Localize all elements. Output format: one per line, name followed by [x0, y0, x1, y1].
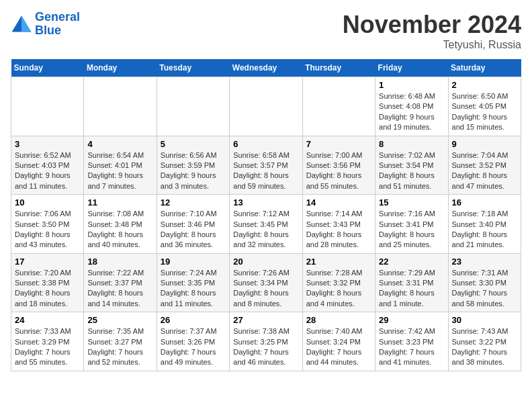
day-cell: 29Sunrise: 7:42 AM Sunset: 3:23 PM Dayli… — [375, 312, 448, 371]
weekday-header-friday: Friday — [375, 59, 448, 77]
title-area: November 2024 Tetyushi, Russia — [343, 11, 521, 51]
day-number: 3 — [15, 139, 80, 149]
weekday-header-saturday: Saturday — [448, 59, 521, 77]
day-number: 22 — [379, 257, 444, 267]
day-cell: 17Sunrise: 7:20 AM Sunset: 3:38 PM Dayli… — [11, 253, 84, 312]
day-cell: 24Sunrise: 7:33 AM Sunset: 3:29 PM Dayli… — [11, 312, 84, 371]
weekday-header-tuesday: Tuesday — [157, 59, 229, 77]
day-number: 26 — [161, 315, 226, 325]
day-number: 18 — [87, 257, 152, 267]
day-number: 10 — [15, 197, 80, 208]
day-detail: Sunrise: 7:33 AM Sunset: 3:29 PM Dayligh… — [15, 326, 80, 368]
logo-line2: Blue — [35, 24, 61, 37]
day-number: 15 — [379, 197, 444, 208]
location: Tetyushi, Russia — [343, 39, 521, 51]
day-cell — [11, 77, 84, 136]
day-cell: 19Sunrise: 7:24 AM Sunset: 3:35 PM Dayli… — [157, 253, 229, 312]
day-detail: Sunrise: 7:31 AM Sunset: 3:30 PM Dayligh… — [452, 268, 517, 310]
day-cell: 1Sunrise: 6:48 AM Sunset: 4:08 PM Daylig… — [375, 77, 448, 136]
day-number: 28 — [306, 315, 371, 325]
day-detail: Sunrise: 7:22 AM Sunset: 3:37 PM Dayligh… — [87, 268, 152, 310]
logo-line1: General — [35, 10, 80, 24]
day-number: 14 — [306, 197, 371, 208]
day-number: 13 — [233, 197, 298, 208]
week-row-1: 1Sunrise: 6:48 AM Sunset: 4:08 PM Daylig… — [11, 77, 521, 136]
day-number: 19 — [161, 257, 226, 267]
day-number: 21 — [306, 257, 371, 267]
day-number: 5 — [161, 139, 226, 149]
day-detail: Sunrise: 6:48 AM Sunset: 4:08 PM Dayligh… — [379, 91, 444, 133]
day-cell: 15Sunrise: 7:16 AM Sunset: 3:41 PM Dayli… — [375, 195, 448, 254]
day-detail: Sunrise: 6:58 AM Sunset: 3:57 PM Dayligh… — [233, 150, 298, 192]
day-cell: 27Sunrise: 7:38 AM Sunset: 3:25 PM Dayli… — [230, 312, 302, 371]
day-detail: Sunrise: 7:35 AM Sunset: 3:27 PM Dayligh… — [87, 326, 152, 368]
day-detail: Sunrise: 7:06 AM Sunset: 3:50 PM Dayligh… — [15, 209, 80, 250]
day-cell: 16Sunrise: 7:18 AM Sunset: 3:40 PM Dayli… — [448, 195, 521, 254]
day-detail: Sunrise: 6:54 AM Sunset: 4:01 PM Dayligh… — [87, 150, 152, 192]
day-cell: 8Sunrise: 7:02 AM Sunset: 3:54 PM Daylig… — [375, 136, 448, 195]
day-cell: 5Sunrise: 6:56 AM Sunset: 3:59 PM Daylig… — [157, 136, 229, 195]
day-cell — [157, 77, 229, 136]
day-detail: Sunrise: 7:02 AM Sunset: 3:54 PM Dayligh… — [379, 150, 444, 192]
day-detail: Sunrise: 7:00 AM Sunset: 3:56 PM Dayligh… — [306, 150, 371, 192]
day-detail: Sunrise: 7:04 AM Sunset: 3:52 PM Dayligh… — [452, 150, 517, 192]
day-cell: 14Sunrise: 7:14 AM Sunset: 3:43 PM Dayli… — [302, 195, 375, 254]
day-detail: Sunrise: 6:52 AM Sunset: 4:03 PM Dayligh… — [15, 150, 80, 192]
day-number: 4 — [87, 139, 152, 149]
week-row-5: 24Sunrise: 7:33 AM Sunset: 3:29 PM Dayli… — [11, 312, 521, 371]
week-row-4: 17Sunrise: 7:20 AM Sunset: 3:38 PM Dayli… — [11, 253, 521, 312]
day-number: 1 — [379, 80, 444, 90]
day-detail: Sunrise: 7:43 AM Sunset: 3:22 PM Dayligh… — [452, 326, 517, 368]
day-cell — [230, 77, 302, 136]
day-detail: Sunrise: 7:12 AM Sunset: 3:45 PM Dayligh… — [233, 209, 298, 250]
day-detail: Sunrise: 7:08 AM Sunset: 3:48 PM Dayligh… — [87, 209, 152, 250]
day-number: 24 — [15, 315, 80, 325]
day-cell: 2Sunrise: 6:50 AM Sunset: 4:05 PM Daylig… — [448, 77, 521, 136]
day-cell: 23Sunrise: 7:31 AM Sunset: 3:30 PM Dayli… — [448, 253, 521, 312]
day-detail: Sunrise: 7:26 AM Sunset: 3:34 PM Dayligh… — [233, 268, 298, 310]
day-number: 12 — [161, 197, 226, 208]
day-number: 17 — [15, 257, 80, 267]
day-cell: 20Sunrise: 7:26 AM Sunset: 3:34 PM Dayli… — [230, 253, 302, 312]
day-cell: 21Sunrise: 7:28 AM Sunset: 3:32 PM Dayli… — [302, 253, 375, 312]
day-cell — [302, 77, 375, 136]
day-cell: 30Sunrise: 7:43 AM Sunset: 3:22 PM Dayli… — [448, 312, 521, 371]
week-row-2: 3Sunrise: 6:52 AM Sunset: 4:03 PM Daylig… — [11, 136, 521, 195]
week-row-3: 10Sunrise: 7:06 AM Sunset: 3:50 PM Dayli… — [11, 195, 521, 254]
day-detail: Sunrise: 7:14 AM Sunset: 3:43 PM Dayligh… — [306, 209, 371, 250]
day-number: 30 — [452, 315, 517, 325]
day-number: 16 — [452, 197, 517, 208]
day-cell: 12Sunrise: 7:10 AM Sunset: 3:46 PM Dayli… — [157, 195, 229, 254]
logo-icon — [11, 15, 32, 34]
day-cell: 13Sunrise: 7:12 AM Sunset: 3:45 PM Dayli… — [230, 195, 302, 254]
svg-marker-1 — [21, 15, 31, 32]
day-number: 2 — [452, 80, 517, 90]
day-detail: Sunrise: 7:18 AM Sunset: 3:40 PM Dayligh… — [452, 209, 517, 250]
logo: General Blue — [11, 11, 80, 38]
header: General Blue November 2024 Tetyushi, Rus… — [11, 11, 521, 51]
day-cell: 10Sunrise: 7:06 AM Sunset: 3:50 PM Dayli… — [11, 195, 84, 254]
weekday-header-wednesday: Wednesday — [230, 59, 302, 77]
day-detail: Sunrise: 7:37 AM Sunset: 3:26 PM Dayligh… — [161, 326, 226, 368]
day-detail: Sunrise: 7:10 AM Sunset: 3:46 PM Dayligh… — [161, 209, 226, 250]
day-cell: 22Sunrise: 7:29 AM Sunset: 3:31 PM Dayli… — [375, 253, 448, 312]
day-detail: Sunrise: 7:40 AM Sunset: 3:24 PM Dayligh… — [306, 326, 371, 368]
day-cell: 25Sunrise: 7:35 AM Sunset: 3:27 PM Dayli… — [84, 312, 157, 371]
weekday-header-thursday: Thursday — [302, 59, 375, 77]
day-detail: Sunrise: 7:16 AM Sunset: 3:41 PM Dayligh… — [379, 209, 444, 250]
day-number: 6 — [233, 139, 298, 149]
day-number: 25 — [87, 315, 152, 325]
weekday-header-monday: Monday — [84, 59, 157, 77]
day-detail: Sunrise: 6:56 AM Sunset: 3:59 PM Dayligh… — [161, 150, 226, 192]
day-number: 20 — [233, 257, 298, 267]
month-title: November 2024 — [343, 11, 521, 39]
day-cell: 18Sunrise: 7:22 AM Sunset: 3:37 PM Dayli… — [84, 253, 157, 312]
day-detail: Sunrise: 7:28 AM Sunset: 3:32 PM Dayligh… — [306, 268, 371, 310]
day-number: 7 — [306, 139, 371, 149]
calendar-table: SundayMondayTuesdayWednesdayThursdayFrid… — [11, 59, 521, 371]
day-cell: 7Sunrise: 7:00 AM Sunset: 3:56 PM Daylig… — [302, 136, 375, 195]
day-cell: 11Sunrise: 7:08 AM Sunset: 3:48 PM Dayli… — [84, 195, 157, 254]
day-number: 8 — [379, 139, 444, 149]
day-detail: Sunrise: 7:24 AM Sunset: 3:35 PM Dayligh… — [161, 268, 226, 310]
weekday-header-row: SundayMondayTuesdayWednesdayThursdayFrid… — [11, 59, 521, 77]
